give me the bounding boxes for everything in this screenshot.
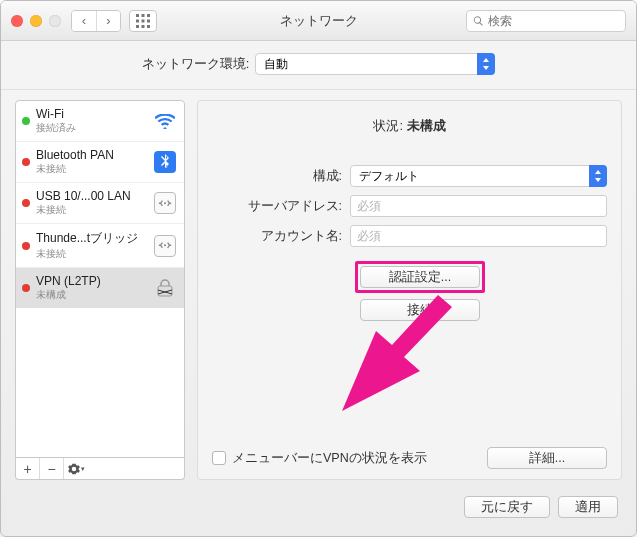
service-name: Bluetooth PAN — [36, 148, 154, 162]
detail-panel: 状況: 未構成 構成: デフォルト サーバアドレス: アカウント名: — [197, 100, 622, 480]
config-select[interactable]: デフォルト — [350, 165, 607, 187]
show-vpn-menubar-checkbox[interactable]: メニューバーにVPNの状況を表示 — [212, 450, 427, 467]
svg-point-9 — [164, 202, 166, 204]
bt-icon — [154, 151, 176, 173]
gear-icon — [68, 463, 80, 475]
search-field[interactable] — [466, 10, 626, 32]
titlebar: ‹ › ネットワーク — [1, 1, 636, 41]
service-status: 未接続 — [36, 247, 154, 261]
svg-rect-1 — [142, 14, 145, 17]
svg-point-10 — [164, 244, 166, 246]
status-value: 未構成 — [407, 118, 446, 133]
svg-rect-7 — [142, 25, 145, 28]
remove-service-button[interactable]: − — [40, 458, 64, 479]
window-footer: 元に戻す 適用 — [1, 490, 636, 528]
chevron-updown-icon — [589, 165, 607, 187]
svg-rect-2 — [147, 14, 150, 17]
annotation-highlight: 認証設定... — [355, 261, 485, 293]
service-status: 未接続 — [36, 162, 154, 176]
config-label: 構成: — [212, 168, 342, 185]
revert-button[interactable]: 元に戻す — [464, 496, 550, 518]
service-list: Wi-Fi接続済みBluetooth PAN未接続USB 10/...00 LA… — [15, 100, 185, 458]
svg-rect-3 — [136, 19, 139, 22]
account-name-input[interactable] — [350, 225, 607, 247]
service-actions-button[interactable]: ▾ — [64, 458, 88, 479]
account-name-label: アカウント名: — [212, 228, 342, 245]
status-dot-icon — [22, 117, 30, 125]
server-address-label: サーバアドレス: — [212, 198, 342, 215]
svg-rect-4 — [142, 19, 145, 22]
status-dot-icon — [22, 158, 30, 166]
service-item[interactable]: Thunde...tブリッジ未接続 — [16, 224, 184, 268]
service-item[interactable]: USB 10/...00 LAN未接続 — [16, 183, 184, 224]
svg-rect-5 — [147, 19, 150, 22]
advanced-button[interactable]: 詳細... — [487, 447, 607, 469]
zoom-icon[interactable] — [49, 15, 61, 27]
eth-icon — [154, 192, 176, 214]
location-value: 自動 — [255, 53, 495, 75]
apply-button[interactable]: 適用 — [558, 496, 618, 518]
service-status: 未接続 — [36, 203, 154, 217]
minimize-icon[interactable] — [30, 15, 42, 27]
chevron-updown-icon — [477, 53, 495, 75]
service-toolbar: + − ▾ — [15, 458, 185, 480]
svg-rect-6 — [136, 25, 139, 28]
service-name: VPN (L2TP) — [36, 274, 154, 288]
back-button[interactable]: ‹ — [72, 11, 96, 31]
location-label: ネットワーク環境: — [142, 55, 250, 73]
show-all-button[interactable] — [129, 10, 157, 32]
status-dot-icon — [22, 284, 30, 292]
grid-icon — [136, 14, 150, 28]
vpn-icon — [154, 277, 176, 299]
svg-rect-0 — [136, 14, 139, 17]
location-row: ネットワーク環境: 自動 — [1, 41, 636, 90]
search-icon — [473, 15, 484, 27]
window-controls — [11, 15, 61, 27]
service-name: USB 10/...00 LAN — [36, 189, 154, 203]
service-item[interactable]: Wi-Fi接続済み — [16, 101, 184, 142]
show-vpn-menubar-label: メニューバーにVPNの状況を表示 — [232, 450, 427, 467]
auth-settings-button[interactable]: 認証設定... — [360, 266, 480, 288]
service-item[interactable]: VPN (L2TP)未構成 — [16, 268, 184, 308]
service-status: 接続済み — [36, 121, 154, 135]
connect-button[interactable]: 接続 — [360, 299, 480, 321]
service-name: Wi-Fi — [36, 107, 154, 121]
checkbox-icon — [212, 451, 226, 465]
nav-buttons: ‹ › — [71, 10, 121, 32]
add-service-button[interactable]: + — [16, 458, 40, 479]
search-input[interactable] — [488, 14, 619, 28]
status-line: 状況: 未構成 — [212, 117, 607, 135]
service-sidebar: Wi-Fi接続済みBluetooth PAN未接続USB 10/...00 LA… — [15, 100, 185, 480]
status-dot-icon — [22, 242, 30, 250]
service-name: Thunde...tブリッジ — [36, 230, 154, 247]
config-value: デフォルト — [350, 165, 607, 187]
eth-icon — [154, 235, 176, 257]
service-item[interactable]: Bluetooth PAN未接続 — [16, 142, 184, 183]
close-icon[interactable] — [11, 15, 23, 27]
wifi-icon — [154, 110, 176, 132]
svg-rect-8 — [147, 25, 150, 28]
forward-button[interactable]: › — [96, 11, 120, 31]
server-address-input[interactable] — [350, 195, 607, 217]
location-select[interactable]: 自動 — [255, 53, 495, 75]
status-dot-icon — [22, 199, 30, 207]
service-status: 未構成 — [36, 288, 154, 302]
